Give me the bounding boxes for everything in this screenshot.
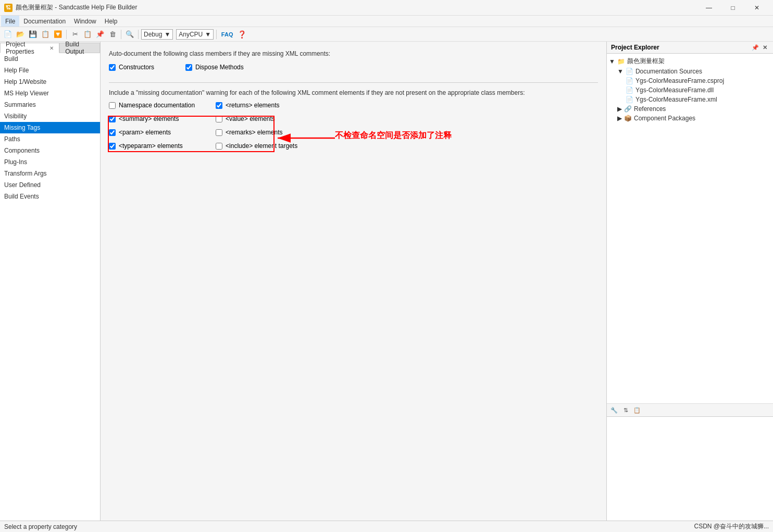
value-checkbox[interactable] [216, 116, 222, 122]
nav-build-events[interactable]: Build Events [0, 191, 100, 202]
cpu-label: AnyCPU [179, 31, 203, 38]
tab-project-properties[interactable]: Project Properties ✕ [0, 43, 59, 53]
toolbar-help[interactable]: ❓ [236, 29, 247, 40]
menu-help[interactable]: Help [101, 16, 122, 27]
tree-toolbar: 🔧 ⇅ 📋 [607, 403, 773, 416]
panel-close[interactable]: ✕ [760, 43, 769, 52]
tree-btn-3[interactable]: 📋 [632, 405, 642, 415]
toolbar-save-as[interactable]: 📋 [40, 29, 51, 40]
toolbar-faq[interactable]: FAQ [219, 29, 235, 40]
title-bar-left: 🏗 颜色测量框架 - Sandcastle Help File Builder [4, 3, 137, 12]
tree-doc-sources[interactable]: ▼ 📄 Documentation Sources [609, 67, 771, 76]
menu-file[interactable]: File [1, 16, 19, 27]
tree-btn-1[interactable]: 🔧 [609, 405, 619, 415]
remarks-row: <remarks> elements [216, 129, 297, 136]
annotation-text: 不检查命名空间是否添加了注释 [335, 130, 452, 141]
maximize-button[interactable]: □ [721, 0, 745, 16]
right-panel: Project Explorer 📌 ✕ ▼ 📁 颜色测量框架 ▼ 📄 Docu… [606, 42, 773, 521]
nav-user-defined[interactable]: User Defined [0, 179, 100, 191]
nav-missing-tags[interactable]: Missing Tags [0, 122, 100, 133]
title-bar-controls: — □ ✕ [697, 0, 769, 16]
close-button[interactable]: ✕ [745, 0, 769, 16]
nav-visibility[interactable]: Visibility [0, 110, 100, 122]
dispose-methods-label: Dispose Methods [195, 64, 244, 71]
value-row: <value> elements [216, 115, 297, 122]
toolbar-copy[interactable]: 📋 [82, 29, 93, 40]
include-label: <include> element targets [226, 142, 297, 150]
debug-arrow: ▼ [164, 31, 170, 38]
summary-checkbox[interactable] [109, 116, 116, 122]
left-col: Namespace documentation <summary> elemen… [109, 102, 195, 153]
constructors-checkbox[interactable] [109, 64, 116, 71]
param-checkbox[interactable] [109, 129, 116, 136]
tree-file-csproj[interactable]: 📄 Ygs-ColorMeasureFrame.csproj [609, 76, 771, 85]
tree-btn-sort[interactable]: ⇅ [620, 405, 631, 415]
panel-pin[interactable]: 📌 [751, 43, 759, 52]
separator-1 [66, 30, 67, 39]
menu-bar: File Documentation Window Help [0, 16, 773, 27]
nav-help-file[interactable]: Help File [0, 65, 100, 76]
debug-label: Debug [144, 31, 162, 38]
include-warning-label: Include a "missing documentation" warnin… [109, 82, 598, 96]
toolbar-open[interactable]: 📂 [15, 29, 26, 40]
menu-documentation[interactable]: Documentation [19, 16, 70, 27]
nav-summaries[interactable]: Summaries [0, 99, 100, 110]
minimize-button[interactable]: — [697, 0, 721, 16]
nav-components[interactable]: Components [0, 145, 100, 156]
toolbar-recent[interactable]: 🔽 [52, 29, 64, 40]
tree-root[interactable]: ▼ 📁 颜色测量框架 [609, 56, 771, 67]
tab-build-output[interactable]: Build Output [59, 43, 100, 53]
csproj-icon: 📄 [626, 77, 633, 84]
separator-3 [138, 30, 139, 39]
menu-window[interactable]: Window [70, 16, 101, 27]
dispose-checkbox[interactable] [185, 64, 192, 71]
include-checkbox[interactable] [216, 143, 222, 150]
param-row: <param> elements [109, 129, 195, 136]
doc-sources-icon: 📄 [626, 68, 633, 75]
tab-close-icon[interactable]: ✕ [49, 45, 54, 51]
returns-label: <returns> elements [226, 102, 279, 109]
toolbar-paste[interactable]: 📌 [94, 29, 106, 40]
packages-label: Component Packages [634, 115, 695, 122]
cpu-dropdown[interactable]: AnyCPU ▼ [176, 29, 214, 40]
toolbar-save[interactable]: 💾 [27, 29, 39, 40]
dispose-methods-row: Dispose Methods [185, 64, 244, 71]
toolbar-new[interactable]: 📄 [2, 29, 14, 40]
dll-label: Ygs-ColorMeasureFrame.dll [635, 86, 714, 94]
doc-sources-label: Documentation Sources [635, 68, 702, 75]
debug-dropdown[interactable]: Debug ▼ [141, 29, 173, 40]
constructors-row: Constructors [109, 64, 154, 71]
tree-root-label: 颜色测量框架 [627, 57, 665, 66]
nav-help-website[interactable]: Help 1/Website [0, 76, 100, 88]
summary-row: <summary> elements [109, 115, 195, 122]
nav-plug-ins[interactable]: Plug-Ins [0, 156, 100, 168]
tree-component-packages[interactable]: ▶ 📦 Component Packages [609, 114, 771, 123]
returns-checkbox[interactable] [216, 102, 222, 109]
tree-file-xml[interactable]: 📄 Ygs-ColorMeasureFrame.xml [609, 95, 771, 104]
nav-transform-args[interactable]: Transform Args [0, 168, 100, 179]
separator-4 [216, 30, 217, 39]
nav-paths[interactable]: Paths [0, 133, 100, 145]
summary-label: <summary> elements [119, 115, 179, 122]
include-row: <include> element targets [216, 142, 297, 150]
toolbar-search[interactable]: 🔍 [124, 29, 135, 40]
remarks-label: <remarks> elements [226, 129, 282, 136]
title-bar: 🏗 颜色测量框架 - Sandcastle Help File Builder … [0, 0, 773, 16]
tree-view: ▼ 📁 颜色测量框架 ▼ 📄 Documentation Sources 📄 Y… [607, 54, 773, 403]
window-title: 颜色测量框架 - Sandcastle Help File Builder [16, 3, 137, 12]
xml-label: Ygs-ColorMeasureFrame.xml [635, 96, 717, 103]
nav-ms-help[interactable]: MS Help Viewer [0, 88, 100, 99]
tree-file-dll[interactable]: 📄 Ygs-ColorMeasureFrame.dll [609, 85, 771, 95]
tab-bar: Project Properties ✕ Build Output [0, 42, 100, 53]
remarks-checkbox[interactable] [216, 129, 222, 136]
toolbar-delete[interactable]: 🗑 [107, 29, 118, 40]
namespace-checkbox[interactable] [109, 102, 116, 109]
typeparam-checkbox[interactable] [109, 143, 116, 150]
status-right: CSDN @奋斗中的攻城狮... [694, 522, 769, 531]
toolbar-cut[interactable]: ✂ [69, 29, 81, 40]
typeparam-label: <typeparam> elements [119, 142, 183, 150]
auto-doc-label: Auto-document the following class member… [109, 50, 598, 57]
returns-row: <returns> elements [216, 102, 297, 109]
tree-references[interactable]: ▶ 🔗 References [609, 104, 771, 114]
packages-icon: 📦 [624, 115, 632, 122]
